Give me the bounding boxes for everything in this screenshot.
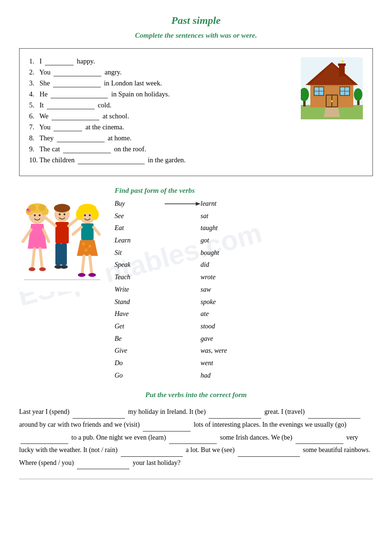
svg-line-67 xyxy=(90,256,92,274)
verb-teach: Teach xyxy=(115,272,162,283)
verb-buy: Buy xyxy=(115,199,162,209)
section2-title: Find past form of the verbs xyxy=(115,187,373,195)
verb-learn: Learn xyxy=(115,235,162,246)
section2: Find past form of the verbs Buy See Eat … xyxy=(19,187,373,380)
svg-marker-60 xyxy=(77,240,98,256)
svg-point-61 xyxy=(82,242,85,245)
svg-marker-71 xyxy=(196,202,201,206)
verb-speak: Speak xyxy=(115,260,162,270)
sentence-2: 2. You angry. xyxy=(29,68,296,76)
svg-point-56 xyxy=(91,209,99,220)
verb-do: Do xyxy=(115,358,162,368)
verb-be: Be xyxy=(115,334,162,344)
sentence-4: 4. He in Spain on holidays. xyxy=(29,90,296,98)
page-title: Past simple xyxy=(19,14,373,27)
svg-line-66 xyxy=(82,256,84,274)
svg-point-43 xyxy=(54,204,70,212)
sentences-list: 1. I happy. 2. You angry. 3. She in Lond… xyxy=(29,57,296,167)
house-illustration: ★ xyxy=(301,57,363,119)
verb-have: Have xyxy=(115,309,162,319)
sentence-7: 7. You at the cinema. xyxy=(29,123,296,131)
sentence-6: 6. We at school. xyxy=(29,112,296,120)
verb-give: Give xyxy=(115,346,162,356)
verb-see: See xyxy=(115,211,162,221)
past-bought: bought xyxy=(201,248,248,258)
svg-point-62 xyxy=(88,245,91,248)
past-went: went xyxy=(201,358,248,368)
verb-stand: Stand xyxy=(115,297,162,307)
svg-rect-49 xyxy=(55,243,61,265)
svg-point-52 xyxy=(60,265,68,269)
section1-subtitle: Complete the sentences with was or were. xyxy=(19,32,373,40)
bottom-divider xyxy=(19,479,373,479)
svg-point-41 xyxy=(39,267,46,271)
svg-point-33 xyxy=(34,214,36,216)
past-taught: taught xyxy=(201,223,248,233)
svg-point-69 xyxy=(88,273,96,277)
past-stood: stood xyxy=(201,321,248,332)
arrow-area xyxy=(162,199,201,380)
svg-rect-15 xyxy=(327,95,331,106)
svg-point-55 xyxy=(76,209,84,220)
svg-marker-22 xyxy=(324,107,340,117)
svg-point-45 xyxy=(64,213,65,215)
svg-rect-46 xyxy=(55,222,69,243)
sentence-1: 1. I happy. xyxy=(29,57,296,65)
sentence-9: 9. The cat on the roof. xyxy=(29,145,296,153)
section1-box: 1. I happy. 2. You angry. 3. She in Lond… xyxy=(19,48,373,176)
verb-matching: Find past form of the verbs Buy See Eat … xyxy=(110,187,373,380)
svg-point-44 xyxy=(59,213,61,215)
verb-write: Write xyxy=(115,284,162,295)
sentence-10: 10. The children in the garden. xyxy=(29,156,296,164)
svg-point-32 xyxy=(27,209,29,211)
svg-rect-16 xyxy=(332,95,337,106)
past-sat: sat xyxy=(201,211,248,221)
svg-rect-59 xyxy=(81,223,94,240)
past-learnt: learnt xyxy=(201,199,248,209)
svg-rect-5 xyxy=(339,64,345,76)
past-was-were: was, were xyxy=(201,346,248,356)
section3: Put the verbs into the correct form Last… xyxy=(19,391,373,469)
past-gave: gave xyxy=(201,334,248,344)
past-got: got xyxy=(201,235,248,246)
svg-point-17 xyxy=(331,100,333,102)
kids-illustration xyxy=(19,187,105,292)
svg-text:★: ★ xyxy=(340,59,345,64)
section3-title: Put the verbs into the correct form xyxy=(19,391,373,399)
svg-marker-35 xyxy=(28,224,47,249)
svg-point-58 xyxy=(89,214,91,216)
verb-sit: Sit xyxy=(115,248,162,258)
past-did: did xyxy=(201,260,248,270)
past-wrote: wrote xyxy=(201,272,248,283)
past-saw: saw xyxy=(201,284,248,295)
svg-line-39 xyxy=(40,249,42,268)
svg-point-68 xyxy=(78,273,85,277)
verb-column-right: learnt sat taught got bought did wrote s… xyxy=(201,199,248,380)
svg-point-30 xyxy=(39,204,45,211)
svg-rect-50 xyxy=(61,243,67,265)
verb-column-left: Buy See Eat Learn Sit Speak Teach Write … xyxy=(115,199,162,380)
verb-get: Get xyxy=(115,321,162,332)
sentence-8: 8. They at home. xyxy=(29,134,296,142)
svg-point-34 xyxy=(39,214,41,216)
svg-line-38 xyxy=(32,249,34,268)
past-ate: ate xyxy=(201,309,248,319)
sentence-3: 3. She in London last week. xyxy=(29,79,296,87)
past-spoke: spoke xyxy=(201,297,248,307)
section3-text: Last year I (spend) my holiday in Irelan… xyxy=(19,406,373,469)
svg-point-57 xyxy=(84,214,86,216)
verb-eat: Eat xyxy=(115,223,162,233)
past-had: had xyxy=(201,370,248,381)
svg-point-40 xyxy=(29,267,35,271)
svg-point-63 xyxy=(85,249,87,252)
verb-go: Go xyxy=(115,370,162,381)
svg-point-21 xyxy=(354,88,362,101)
sentence-5: 5. It cold. xyxy=(29,101,296,109)
